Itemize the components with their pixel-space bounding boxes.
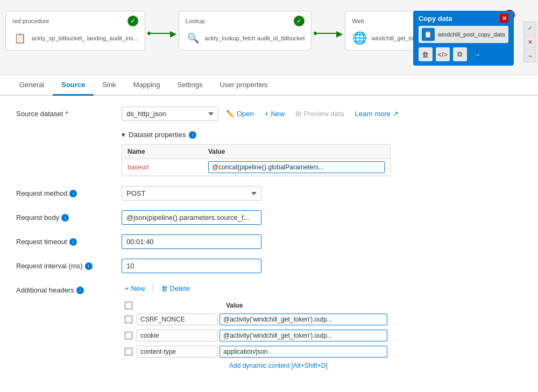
copy-data-node-icon: 📋 bbox=[422, 28, 435, 41]
add-dynamic-content[interactable]: Add dynamic content [Alt+Shift+D] bbox=[122, 360, 522, 369]
request-interval-row: Request interval (ms) i bbox=[16, 259, 522, 273]
header-name-input-0[interactable] bbox=[137, 313, 217, 325]
header-value-input-0[interactable] bbox=[220, 313, 387, 325]
props-name-0: baseurl bbox=[128, 163, 208, 171]
dataset-props-label: Dataset properties bbox=[129, 131, 186, 139]
open-button[interactable]: ✏️ Open bbox=[223, 108, 257, 120]
info-icon: i bbox=[76, 287, 84, 294]
copy-data-body[interactable]: 📋 windchill_post_copy_data bbox=[419, 26, 508, 43]
source-dataset-controls: ds_http_json ✏️ Open + New ⊞ Preview dat… bbox=[122, 106, 522, 121]
dataset-properties-section: ▾ Dataset properties i Name Value baseur… bbox=[122, 131, 522, 176]
arrow-action-icon[interactable]: → bbox=[470, 47, 484, 61]
pipeline-canvas: red procedure ✓ 📋 ackty_sp_bitbucket_ la… bbox=[0, 0, 538, 75]
external-link-icon: ↗ bbox=[393, 110, 399, 118]
copy-data-panel-inner[interactable]: Copy data ✕ 📋 windchill_post_copy_data 🗑… bbox=[413, 11, 514, 66]
node-subtext: ackty_lookup_fetch audit_id_bitbucket bbox=[205, 34, 305, 42]
copy-data-title: Copy data bbox=[419, 15, 452, 23]
preview-data-button[interactable]: ⊞ Preview data bbox=[292, 108, 347, 120]
node-label: red procedure bbox=[12, 18, 49, 24]
new-header-button[interactable]: + New bbox=[122, 283, 148, 294]
header-name-input-2[interactable] bbox=[137, 346, 217, 358]
edit-icon: ✏️ bbox=[226, 110, 235, 118]
tab-sink[interactable]: Sink bbox=[94, 75, 124, 96]
source-dataset-row: Source dataset * ds_http_json ✏️ Open + … bbox=[16, 106, 522, 121]
header-row-2 bbox=[122, 344, 391, 360]
connector-arrow-1: ▶ bbox=[147, 28, 176, 39]
request-body-input[interactable] bbox=[122, 210, 261, 225]
preview-icon: ⊞ bbox=[295, 110, 301, 118]
new-button[interactable]: + New bbox=[261, 108, 288, 120]
lookup-icon: 🔍 bbox=[186, 31, 201, 46]
props-table-header: Name Value bbox=[122, 145, 390, 159]
props-table: Name Value baseurl bbox=[122, 144, 391, 176]
request-method-label: Request method i bbox=[16, 186, 113, 197]
node-lookup[interactable]: Lookup ✓ 🔍 ackty_lookup_fetch audit_id_b… bbox=[179, 11, 312, 51]
hdr-value-col: Value bbox=[226, 302, 387, 309]
header-checkbox-1[interactable] bbox=[125, 332, 132, 339]
learn-more-button[interactable]: Learn more ↗ bbox=[352, 108, 402, 120]
copy-action-icon[interactable]: ⧉ bbox=[453, 47, 467, 61]
props-row-0: baseurl bbox=[122, 159, 390, 176]
info-icon: i bbox=[85, 262, 93, 270]
copy-data-actions: 🗑 </> ⧉ → bbox=[419, 46, 508, 62]
request-timeout-row: Request timeout i bbox=[16, 234, 522, 249]
plus-icon: + bbox=[265, 110, 269, 118]
request-method-row: Request method i POST bbox=[16, 186, 522, 201]
request-body-label: Request body i bbox=[16, 210, 113, 222]
header-checkbox-0[interactable] bbox=[125, 316, 132, 323]
header-value-input-2[interactable] bbox=[220, 346, 387, 358]
node-stored-procedure[interactable]: red procedure ✓ 📋 ackty_sp_bitbucket_ la… bbox=[5, 11, 145, 51]
request-method-dropdown[interactable]: POST bbox=[122, 186, 261, 201]
request-interval-label: Request interval (ms) i bbox=[16, 259, 113, 270]
node-label: Lookup bbox=[186, 18, 205, 24]
headers-section: + New 🗑 Delete Value bbox=[122, 283, 522, 369]
request-interval-controls bbox=[122, 259, 522, 273]
props-value-input-0[interactable] bbox=[208, 161, 385, 173]
request-body-row: Request body i bbox=[16, 210, 522, 225]
tab-settings[interactable]: Settings bbox=[169, 75, 211, 96]
tab-source[interactable]: Source bbox=[53, 75, 94, 96]
header-checkbox-2[interactable] bbox=[125, 348, 132, 355]
tab-general[interactable]: General bbox=[11, 75, 53, 96]
headers-actions: + New 🗑 Delete bbox=[122, 283, 522, 294]
dataset-props-header[interactable]: ▾ Dataset properties i bbox=[122, 131, 522, 139]
trash-icon: 🗑 bbox=[161, 284, 168, 293]
props-value-0[interactable] bbox=[208, 161, 385, 173]
header-row-1 bbox=[122, 327, 391, 344]
request-timeout-label: Request timeout i bbox=[16, 234, 113, 246]
check-icon: ✓ bbox=[294, 16, 305, 26]
request-timeout-input[interactable] bbox=[122, 234, 261, 249]
headers-table-header: Value bbox=[122, 300, 391, 311]
web-icon: 🌐 bbox=[352, 31, 367, 46]
delete-action-icon[interactable]: 🗑 bbox=[419, 47, 433, 61]
additional-headers-label: Additional headers i bbox=[16, 283, 113, 294]
form-area: Source dataset * ds_http_json ✏️ Open + … bbox=[0, 96, 538, 388]
required-star: * bbox=[65, 110, 68, 118]
header-value-input-1[interactable] bbox=[220, 330, 387, 341]
header-row-0 bbox=[122, 311, 391, 327]
tab-mapping[interactable]: Mapping bbox=[125, 75, 169, 96]
info-icon: i bbox=[61, 214, 69, 222]
chevron-down-icon: ▾ bbox=[122, 131, 125, 139]
info-icon: i bbox=[69, 190, 77, 197]
panel-side-actions: ✓ ✕ → bbox=[523, 22, 536, 62]
request-body-controls bbox=[122, 210, 522, 225]
headers-table: Value bbox=[122, 300, 391, 360]
node-subtext: ackty_sp_bitbucket_ landing_audit_ins... bbox=[32, 34, 138, 42]
source-dataset-dropdown[interactable]: ds_http_json bbox=[122, 106, 218, 121]
delete-header-button[interactable]: 🗑 Delete bbox=[158, 283, 194, 294]
close-icon[interactable]: ✕ bbox=[500, 14, 508, 23]
header-checkbox-all[interactable] bbox=[125, 302, 132, 309]
props-col-value-header: Value bbox=[208, 148, 385, 155]
code-action-icon[interactable]: </> bbox=[436, 47, 450, 61]
request-interval-input[interactable] bbox=[122, 259, 261, 273]
props-col-name-header: Name bbox=[128, 148, 208, 155]
tab-user-properties[interactable]: User properties bbox=[211, 75, 276, 96]
header-name-input-1[interactable] bbox=[137, 330, 217, 341]
side-check-icon[interactable]: ✓ bbox=[523, 22, 536, 34]
side-arrow-icon[interactable]: → bbox=[523, 49, 536, 62]
side-x-icon[interactable]: ✕ bbox=[523, 35, 536, 48]
node-label: Web bbox=[352, 18, 364, 24]
additional-headers-row: Additional headers i + New 🗑 Delete bbox=[16, 283, 522, 369]
tab-bar: General Source Sink Mapping Settings Use… bbox=[0, 75, 538, 96]
